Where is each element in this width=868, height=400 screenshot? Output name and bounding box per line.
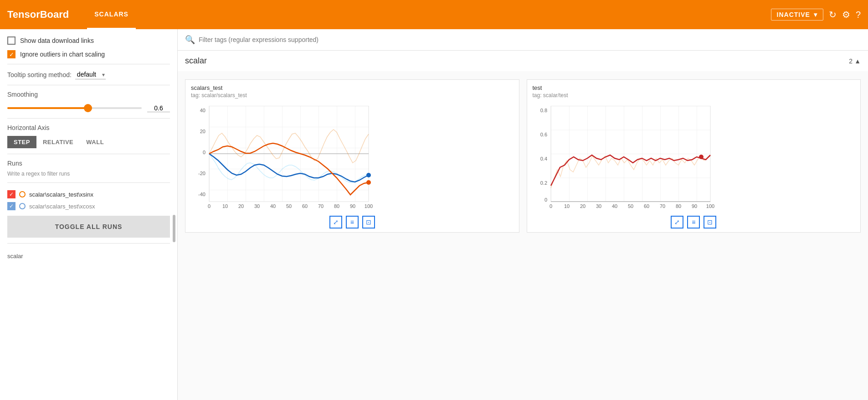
svg-text:0.2: 0.2: [540, 180, 547, 186]
ignore-outliers-checkbox[interactable]: [7, 50, 15, 58]
status-dropdown[interactable]: INACTIVE ▾: [771, 9, 823, 21]
svg-text:40: 40: [270, 203, 276, 209]
axis-step-button[interactable]: STEP: [7, 136, 36, 148]
show-download-row: Show data download links: [7, 36, 170, 45]
chart-2-title: test: [527, 80, 861, 92]
run-item-2: scalar\scalars_test\xcosx: [7, 200, 170, 212]
svg-text:80: 80: [334, 203, 339, 209]
svg-text:80: 80: [675, 203, 681, 209]
svg-text:10: 10: [222, 203, 228, 209]
nav-scalars[interactable]: SCALARS: [87, 0, 136, 29]
run-2-dot: [19, 203, 26, 209]
svg-point-18: [366, 173, 371, 177]
filter-input[interactable]: [199, 36, 861, 43]
svg-text:50: 50: [286, 203, 292, 209]
svg-rect-25: [551, 106, 710, 202]
svg-text:90: 90: [350, 203, 355, 209]
chart-1-svg-container: 40 20 0 -20 -40 0 10 20 30: [185, 102, 519, 212]
chart-1-svg: 40 20 0 -20 -40 0 10 20 30: [191, 106, 373, 211]
smoothing-row: 0.6: [7, 104, 170, 113]
divider-6: [7, 243, 170, 244]
svg-text:70: 70: [318, 203, 324, 209]
run-1-checkbox[interactable]: [7, 190, 15, 198]
runs-title: Runs: [7, 160, 170, 167]
svg-text:90: 90: [691, 203, 697, 209]
svg-text:20: 20: [238, 203, 244, 209]
svg-text:-20: -20: [198, 171, 205, 176]
chart-test: test tag: scalar/test 0.8 0.6 0.4 0.2: [527, 79, 861, 233]
run-2-checkbox[interactable]: [7, 202, 15, 210]
chart-1-data-button[interactable]: ≡: [346, 216, 359, 229]
charts-area: scalars_test tag: scalar/scalars_test 40…: [178, 72, 868, 240]
divider-4: [7, 154, 170, 154]
scrollbar[interactable]: [173, 215, 175, 242]
svg-text:100: 100: [706, 203, 714, 209]
ignore-outliers-row: Ignore outliers in chart scaling: [7, 50, 170, 58]
section-collapse-icon[interactable]: ▲: [854, 57, 861, 65]
chart-2-toolbar: ⤢ ≡ ⊡: [527, 212, 861, 232]
svg-text:50: 50: [627, 203, 633, 209]
chart-1-title: scalars_test: [185, 80, 519, 92]
search-icon: 🔍: [185, 35, 195, 45]
chart-scalars-test: scalars_test tag: scalar/scalars_test 40…: [185, 79, 519, 233]
ignore-outliers-label: Ignore outliers in chart scaling: [20, 51, 105, 58]
section-name: scalar: [185, 56, 207, 66]
divider-3: [7, 118, 170, 119]
help-icon[interactable]: ?: [856, 10, 861, 20]
chart-1-tag: tag: scalar/scalars_test: [185, 92, 519, 102]
smoothing-value-input[interactable]: 0.6: [147, 104, 170, 112]
toggle-all-runs-button[interactable]: TOGGLE ALL RUNS: [7, 216, 170, 238]
svg-text:20: 20: [200, 129, 205, 134]
svg-text:60: 60: [643, 203, 649, 209]
body-layout: Show data download links Ignore outliers…: [0, 29, 868, 400]
section-count-number: 2: [849, 57, 853, 65]
svg-text:0.8: 0.8: [540, 108, 547, 113]
chart-2-data-button[interactable]: ≡: [687, 216, 700, 229]
settings-icon[interactable]: ⚙: [842, 9, 850, 20]
divider-1: [7, 64, 170, 64]
chart-2-reset-button[interactable]: ⊡: [704, 216, 716, 229]
svg-text:0: 0: [208, 203, 211, 209]
section-header: scalar 2 ▲: [178, 51, 868, 71]
chart-2-tag: tag: scalar/test: [527, 92, 861, 102]
svg-text:0: 0: [544, 197, 547, 203]
divider-5: [7, 182, 170, 183]
svg-text:30: 30: [596, 203, 601, 209]
axis-buttons: STEP RELATIVE WALL: [7, 136, 170, 148]
run-1-label: scalar\scalars_test\xsinx: [29, 191, 93, 198]
svg-point-38: [699, 155, 704, 159]
show-download-checkbox[interactable]: [7, 36, 15, 45]
svg-text:60: 60: [302, 203, 308, 209]
run-2-label: scalar\scalars_test\xcosx: [29, 203, 95, 210]
sidebar: Show data download links Ignore outliers…: [0, 29, 178, 400]
svg-text:30: 30: [254, 203, 260, 209]
header-nav: SCALARS: [87, 0, 136, 29]
svg-text:0.6: 0.6: [540, 132, 547, 137]
svg-text:70: 70: [659, 203, 665, 209]
status-label: INACTIVE: [777, 11, 810, 18]
axis-wall-button[interactable]: WALL: [80, 136, 110, 148]
smoothing-slider-container: [7, 104, 142, 113]
chart-2-svg: 0.8 0.6 0.4 0.2 0 0 10 20 30: [533, 106, 715, 211]
tooltip-sort-select[interactable]: default: [75, 70, 106, 79]
filter-bar: 🔍: [178, 29, 868, 51]
header-right: INACTIVE ▾ ↻ ⚙ ?: [771, 9, 861, 21]
horizontal-axis-title: Horizontal Axis: [7, 124, 170, 131]
smoothing-title: Smoothing: [7, 91, 170, 98]
runs-filter-label: Write a regex to filter runs: [7, 171, 170, 177]
chart-2-svg-container: 0.8 0.6 0.4 0.2 0 0 10 20 30: [527, 102, 861, 212]
chart-1-expand-button[interactable]: ⤢: [329, 216, 342, 229]
chart-1-toolbar: ⤢ ≡ ⊡: [185, 212, 519, 232]
refresh-icon[interactable]: ↻: [829, 9, 837, 20]
svg-text:0.4: 0.4: [540, 156, 547, 161]
axis-relative-button[interactable]: RELATIVE: [36, 136, 80, 148]
svg-text:0: 0: [203, 150, 205, 155]
svg-text:40: 40: [200, 108, 205, 113]
svg-text:40: 40: [611, 203, 617, 209]
svg-text:20: 20: [580, 203, 585, 209]
slider-fill: [7, 107, 88, 109]
chart-2-expand-button[interactable]: ⤢: [671, 216, 683, 229]
run-item-1: scalar\scalars_test\xsinx: [7, 188, 170, 200]
slider-thumb[interactable]: [84, 104, 92, 112]
chart-1-reset-button[interactable]: ⊡: [362, 216, 375, 229]
